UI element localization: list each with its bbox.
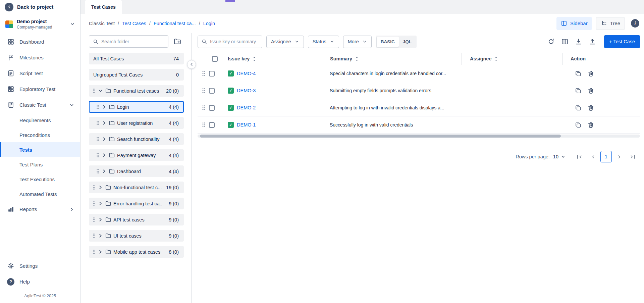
select-all-checkbox[interactable] xyxy=(212,56,218,62)
folder-search-input[interactable] xyxy=(101,39,164,44)
download-icon[interactable] xyxy=(575,38,582,45)
drag-handle-icon[interactable] xyxy=(202,88,205,94)
status-filter-dropdown[interactable]: Status xyxy=(308,36,339,48)
issue-search-input[interactable] xyxy=(210,39,258,44)
row-checkbox[interactable] xyxy=(209,105,215,111)
next-page-button[interactable] xyxy=(613,151,625,162)
drag-handle-icon[interactable] xyxy=(93,217,96,222)
add-test-case-button[interactable]: + Test Case xyxy=(604,35,640,48)
folder-item[interactable]: Payment gateway 4 (4) xyxy=(89,149,184,161)
add-folder-button[interactable] xyxy=(171,35,184,48)
folder-item[interactable]: All Test Cases 74 xyxy=(89,53,184,64)
chevron-right-icon[interactable] xyxy=(69,207,74,212)
upload-icon[interactable] xyxy=(589,38,596,45)
drag-handle-icon[interactable] xyxy=(93,249,96,255)
folder-item[interactable]: Functional test cases 20 (0) xyxy=(89,85,184,97)
drag-handle-icon[interactable] xyxy=(93,185,96,190)
breadcrumb-link[interactable]: Classic Test xyxy=(89,21,115,26)
folder-item[interactable]: Mobile app test cases 8 (0) xyxy=(89,246,184,258)
column-header-issue-key[interactable]: Issue key xyxy=(224,53,322,65)
copy-icon[interactable] xyxy=(575,70,581,77)
more-filter-dropdown[interactable]: More xyxy=(343,36,372,48)
tab-test-cases[interactable]: Test Cases xyxy=(85,0,122,14)
jql-mode-button[interactable]: JQL xyxy=(399,37,416,47)
folder-item[interactable]: Search functionality 4 (4) xyxy=(89,133,184,145)
sidebar-item-exploratory-test[interactable]: Exploratory Test xyxy=(0,81,80,97)
sidebar-item-preconditions[interactable]: Preconditions xyxy=(0,128,80,142)
collapse-folder-panel-button[interactable] xyxy=(187,60,196,69)
sidebar-item-test-executions[interactable]: Test Executions xyxy=(0,172,80,187)
sort-icon[interactable] xyxy=(355,56,359,61)
drag-handle-icon[interactable] xyxy=(202,70,205,77)
first-page-button[interactable] xyxy=(574,151,586,162)
columns-icon[interactable] xyxy=(561,38,569,45)
sidebar-item-settings[interactable]: Settings xyxy=(0,258,80,274)
sidebar-item-classic-test[interactable]: Classic Test xyxy=(0,97,80,113)
drag-handle-icon[interactable] xyxy=(202,105,205,111)
sidebar-view-button[interactable]: Sidebar xyxy=(556,17,592,30)
trash-icon[interactable] xyxy=(588,70,594,77)
sort-icon[interactable] xyxy=(494,56,498,61)
sidebar-item-reports[interactable]: Reports xyxy=(0,201,80,217)
tree-view-button[interactable]: Tree xyxy=(596,17,625,30)
copy-icon[interactable] xyxy=(575,105,581,111)
folder-chevron-icon[interactable] xyxy=(102,153,107,158)
folder-chevron-icon[interactable] xyxy=(98,185,103,190)
drag-handle-icon[interactable] xyxy=(96,136,99,142)
scrollbar-thumb[interactable] xyxy=(200,135,561,138)
issue-key-link[interactable]: DEMO-1 xyxy=(237,122,256,128)
row-checkbox[interactable] xyxy=(209,122,215,128)
drag-handle-icon[interactable] xyxy=(93,233,96,239)
folder-item[interactable]: Login 4 (4) xyxy=(89,101,184,113)
folder-chevron-icon[interactable] xyxy=(98,201,103,206)
row-checkbox[interactable] xyxy=(209,88,215,94)
copy-icon[interactable] xyxy=(575,122,581,128)
prev-page-button[interactable] xyxy=(587,151,599,162)
assignee-filter-dropdown[interactable]: Assignee xyxy=(266,36,304,48)
folder-item[interactable]: Non-functional test c... 19 (0) xyxy=(89,182,184,193)
folder-item[interactable]: API test cases 9 (0) xyxy=(89,214,184,225)
issue-search[interactable] xyxy=(198,36,262,48)
folder-item[interactable]: Ungrouped Test Cases 0 xyxy=(89,69,184,81)
sidebar-item-automated-tests[interactable]: Automated Tests xyxy=(0,187,80,201)
folder-chevron-icon[interactable] xyxy=(98,88,103,93)
last-page-button[interactable] xyxy=(627,151,638,162)
folder-item[interactable]: Dashboard 4 (4) xyxy=(89,165,184,177)
refresh-icon[interactable] xyxy=(547,38,555,45)
sidebar-item-test-plans[interactable]: Test Plans xyxy=(0,157,80,172)
sidebar-item-milestones[interactable]: Milestones xyxy=(0,50,80,65)
drag-handle-icon[interactable] xyxy=(96,168,99,174)
trash-icon[interactable] xyxy=(588,122,594,128)
drag-handle-icon[interactable] xyxy=(202,122,205,128)
sidebar-item-tests[interactable]: Tests xyxy=(0,142,80,157)
trash-icon[interactable] xyxy=(588,105,594,111)
folder-item[interactable]: User registration 4 (4) xyxy=(89,117,184,129)
issue-key-link[interactable]: DEMO-2 xyxy=(237,105,256,110)
column-header-summary[interactable]: Summary xyxy=(322,53,462,65)
chevron-down-icon[interactable] xyxy=(69,103,74,107)
column-header-assignee[interactable]: Assignee xyxy=(462,53,562,65)
horizontal-scrollbar[interactable] xyxy=(198,135,640,138)
sidebar-item-script-test[interactable]: Script Test xyxy=(0,65,80,81)
issue-key-link[interactable]: DEMO-4 xyxy=(237,71,256,76)
drag-handle-icon[interactable] xyxy=(96,120,99,126)
sidebar-item-dashboard[interactable]: Dashboard xyxy=(0,34,80,50)
drag-handle-icon[interactable] xyxy=(93,88,96,94)
basic-mode-button[interactable]: BASIC xyxy=(377,37,399,47)
trash-icon[interactable] xyxy=(588,88,594,94)
project-switcher[interactable]: Demo project Company-managed xyxy=(0,14,80,34)
folder-chevron-icon[interactable] xyxy=(102,120,107,125)
folder-chevron-icon[interactable] xyxy=(102,104,107,109)
breadcrumb-link[interactable]: Functional test ca... xyxy=(154,21,196,26)
row-checkbox[interactable] xyxy=(209,71,215,77)
folder-search[interactable] xyxy=(89,35,168,48)
sidebar-item-requirements[interactable]: Requirements xyxy=(0,113,80,128)
drag-handle-icon[interactable] xyxy=(96,152,99,158)
folder-chevron-icon[interactable] xyxy=(98,217,103,222)
info-icon[interactable]: i xyxy=(631,19,639,28)
current-page-button[interactable]: 1 xyxy=(600,151,612,162)
sidebar-item-help[interactable]: ? Help xyxy=(0,274,80,290)
issue-key-link[interactable]: DEMO-3 xyxy=(237,88,256,93)
sort-icon[interactable] xyxy=(253,56,256,61)
breadcrumb-link[interactable]: Login xyxy=(203,21,215,26)
